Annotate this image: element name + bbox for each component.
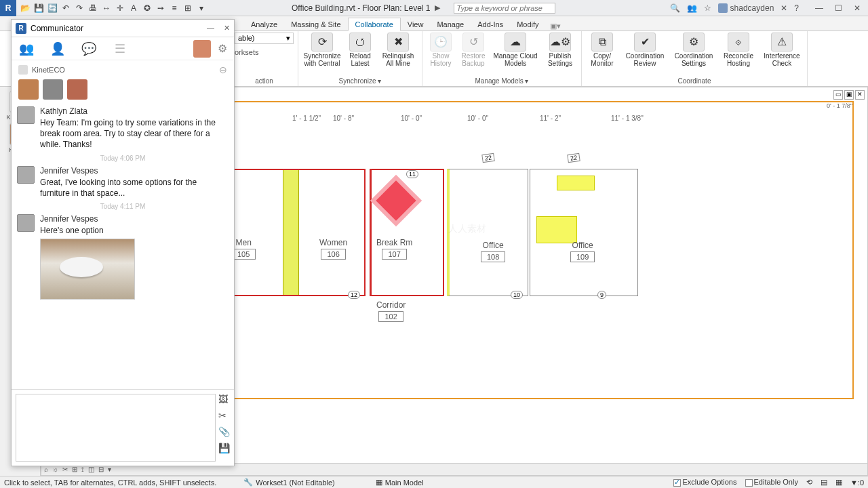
vcb-icon7[interactable]: ⊟ <box>98 466 104 473</box>
view-control-close[interactable]: ✕ <box>855 90 865 100</box>
person-tab-icon[interactable]: 👤 <box>50 41 66 57</box>
measure-icon[interactable]: ↔ <box>100 2 113 14</box>
tab-modify[interactable]: Modify <box>510 18 545 30</box>
compose-image-icon[interactable]: 🖼 <box>218 394 230 405</box>
signed-in-user[interactable]: shadcayden <box>718 3 774 13</box>
vcb-icon3[interactable]: ✂ <box>62 466 68 473</box>
search-input[interactable] <box>454 3 555 14</box>
tab-collaborate[interactable]: Collaborate <box>348 18 401 31</box>
msg-sender: Kathlyn Zlata <box>40 106 229 116</box>
compose-attach-icon[interactable]: 📎 <box>218 426 230 437</box>
ribbon-expand-icon[interactable]: ▣▾ <box>550 22 561 30</box>
sb-icon-2[interactable]: ▤ <box>821 478 827 487</box>
sync-icon[interactable]: 🔄 <box>46 2 58 14</box>
3d-icon[interactable]: ✪ <box>141 2 153 14</box>
vcb-icon5[interactable]: ⟟ <box>81 466 84 474</box>
communicator-minimize[interactable]: — <box>207 24 214 33</box>
current-user-avatar[interactable] <box>193 40 211 58</box>
undo-icon[interactable]: ↶ <box>60 2 72 14</box>
print-icon[interactable]: 🖶 <box>87 2 99 14</box>
msg-attachment-image[interactable] <box>40 239 135 300</box>
active-workset-dropdown[interactable]: able)▾ <box>235 33 294 44</box>
sb-icon-1[interactable]: ⟲ <box>806 478 812 487</box>
room-break: Break Rm107 <box>376 238 412 260</box>
worksets-button[interactable]: orksets <box>235 48 294 56</box>
chat-group-header[interactable]: KinetECO ⊖ <box>12 60 234 79</box>
member-avatar-1[interactable] <box>43 79 63 100</box>
tab-manage[interactable]: Manage <box>430 18 471 30</box>
msg-avatar <box>17 166 35 184</box>
workset-icon[interactable]: 🔧 <box>243 478 253 487</box>
panel-synchronize[interactable]: Synchronize ▾ <box>339 77 382 85</box>
vcb-icon6[interactable]: ◫ <box>88 466 94 473</box>
coord-settings-button[interactable]: ⚙Coordination Settings <box>671 33 716 67</box>
thin-lines-icon[interactable]: ≡ <box>168 2 180 14</box>
sync-central-button[interactable]: ⟳Synchronize with Central <box>302 33 342 67</box>
redo-icon[interactable]: ↷ <box>73 2 85 14</box>
align-icon[interactable]: ✛ <box>114 2 126 14</box>
dim-2: 10' - 8" <box>333 115 354 122</box>
cloud-models-button[interactable]: ☁Manage Cloud Models <box>492 33 539 67</box>
chat-tab-icon[interactable]: 💬 <box>81 41 97 57</box>
vcb-icon2[interactable]: ☼ <box>52 466 58 473</box>
compose-cut-icon[interactable]: ✂ <box>218 410 230 421</box>
quick-access-toolbar: 📂 💾 🔄 ↶ ↷ 🖶 ↔ ✛ A ✪ ➙ ≡ ⊞ ▾ <box>16 2 210 14</box>
vcb-icon[interactable]: ⌕ <box>44 466 48 473</box>
save-icon[interactable]: 💾 <box>33 2 45 14</box>
communicator-close[interactable]: ✕ <box>224 24 230 33</box>
filter-icon[interactable]: ▼:0 <box>850 479 864 487</box>
binoculars-icon[interactable]: 🔍 <box>670 3 680 13</box>
exchange-icon[interactable]: ✕ <box>781 3 787 13</box>
relinquish-button[interactable]: ✖Relinquish All Mine <box>378 33 418 67</box>
section-icon[interactable]: ➙ <box>155 2 167 14</box>
app-menu-button[interactable]: R <box>0 0 16 16</box>
coord-review-button[interactable]: ✔Coordination Review <box>623 33 667 67</box>
list-tab-icon[interactable]: ☰ <box>112 41 128 57</box>
help-icon[interactable]: ? <box>794 3 799 13</box>
tab-view[interactable]: View <box>401 18 431 30</box>
compose-input[interactable] <box>16 394 216 462</box>
message-1: Jennifer Vespes Great, I've looking into… <box>17 166 229 199</box>
design-option-icon[interactable]: ▦ <box>376 478 382 487</box>
close-views-icon[interactable]: ⊞ <box>182 2 194 14</box>
publish-settings-button[interactable]: ☁⚙Publish Settings <box>543 33 577 67</box>
contacts-tab-icon[interactable]: 👥 <box>18 41 35 57</box>
communicator-header[interactable]: R Communicator — ✕ <box>12 20 234 37</box>
vcb-icon8[interactable]: ▾ <box>108 466 111 473</box>
interference-button[interactable]: ⚠Interference Check <box>761 33 803 67</box>
design-option[interactable]: Main Model <box>385 479 424 487</box>
tab-massing[interactable]: Massing & Site <box>284 18 347 30</box>
copy-monitor-button[interactable]: ⧉Copy/ Monitor <box>586 33 618 67</box>
member-avatar-0[interactable] <box>18 79 39 100</box>
reload-latest-button[interactable]: ⭯Reload Latest <box>346 33 374 67</box>
member-avatar-2[interactable] <box>67 79 87 100</box>
msg-sender: Jennifer Vespes <box>40 214 229 224</box>
tab-addins[interactable]: Add-Ins <box>471 18 510 30</box>
open-icon[interactable]: 📂 <box>19 2 31 14</box>
grid-9: 9 <box>597 291 606 299</box>
editable-only-check[interactable]: Editable Only <box>745 478 798 487</box>
exclude-options-check[interactable]: Exclude Options <box>673 478 736 487</box>
text-icon[interactable]: A <box>127 2 140 14</box>
settings-icon[interactable]: ⚙ <box>218 42 227 55</box>
panel-manage-models[interactable]: Manage Models ▾ <box>475 77 529 85</box>
play-icon[interactable]: ▶ <box>435 3 440 12</box>
switch-win-icon[interactable]: ▾ <box>195 2 208 14</box>
compose-save-icon[interactable]: 💾 <box>218 443 230 453</box>
minimize-button[interactable]: — <box>811 3 827 13</box>
tab-analyze[interactable]: Analyze <box>244 18 284 30</box>
grid-22a: 22 <box>481 153 495 163</box>
group-close-icon[interactable]: ⊖ <box>219 64 227 75</box>
comm-icon[interactable]: 👥 <box>687 3 697 13</box>
star-icon[interactable]: ☆ <box>704 3 711 13</box>
vcb-icon4[interactable]: ⊞ <box>72 466 77 473</box>
maximize-button[interactable]: ☐ <box>830 3 846 13</box>
dim-7: 0' - 1 7/8" <box>827 102 852 109</box>
reconcile-button[interactable]: ⟐Reconcile Hosting <box>720 33 757 67</box>
message-list[interactable]: Kathlyn Zlata Hey Team: I'm going to try… <box>12 104 234 389</box>
close-button[interactable]: ✕ <box>849 3 865 13</box>
view-control-2[interactable]: ▣ <box>844 90 854 100</box>
view-control-1[interactable]: ▭ <box>833 90 843 100</box>
sb-icon-3[interactable]: ▦ <box>835 478 842 487</box>
active-workset[interactable]: Workset1 (Not Editable) <box>256 479 335 487</box>
